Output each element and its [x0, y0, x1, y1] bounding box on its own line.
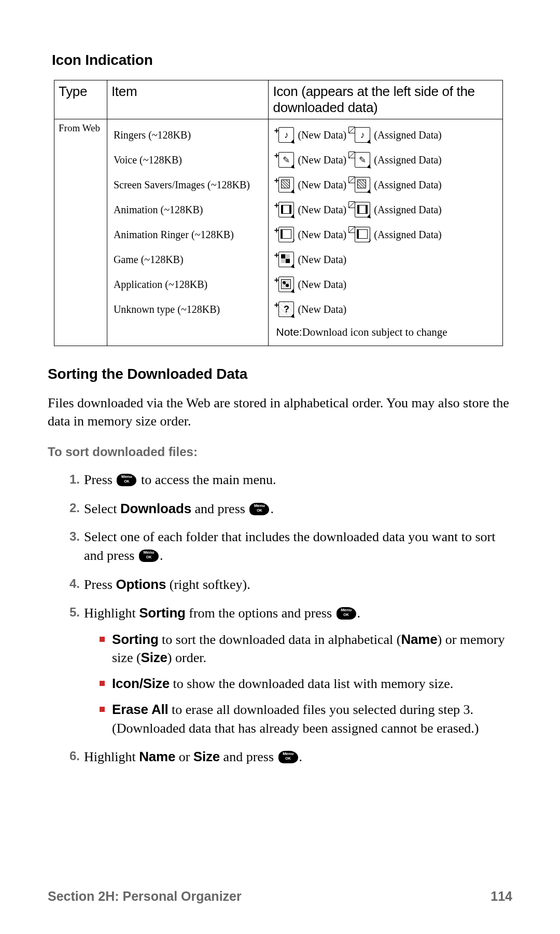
assigned-data-label: (Assigned Data)	[374, 154, 442, 166]
bold: Options	[116, 576, 166, 592]
text: to access the main menu.	[137, 472, 276, 487]
icon-row: +(New Data)(Assigned Data)	[273, 172, 498, 197]
assigned-data-label: (Assigned Data)	[374, 229, 442, 241]
icon-indication-table: Type Item Icon (appears at the left side…	[54, 80, 503, 346]
pixel-icon	[278, 301, 294, 317]
pixel-icon	[278, 152, 294, 168]
pixel-icon	[278, 252, 294, 267]
item-row: Ringers (~128KB)	[111, 122, 264, 147]
assigned-data-icon	[348, 227, 370, 242]
bold: Size	[193, 749, 220, 764]
step-1: Press to access the main menu.	[66, 471, 512, 489]
text: Select	[84, 501, 120, 516]
item-row: Screen Savers/Images (~128KB)	[111, 172, 264, 197]
pixel-icon	[355, 227, 370, 242]
step-4: Press Options (right softkey).	[66, 575, 512, 594]
page-footer: Section 2H: Personal Organizer 114	[48, 889, 512, 904]
assigned-data-icon	[348, 202, 370, 217]
type-cell: From Web	[54, 119, 107, 346]
step-5-sublist: Sorting to sort the downloaded data in a…	[84, 630, 512, 738]
pixel-icon	[278, 277, 294, 292]
new-data-icon: +	[274, 177, 294, 193]
note-text: Download icon subject to change	[302, 326, 447, 339]
note-label: Note:	[276, 326, 302, 338]
bullet-iconsize: Icon/Size to show the downloaded data li…	[100, 675, 512, 693]
icon-row: +(New Data)	[273, 297, 498, 322]
icon-row: +(New Data)(Assigned Data)	[273, 222, 498, 247]
menu-ok-key-icon	[117, 474, 136, 486]
text: .	[270, 501, 274, 516]
text: Highlight	[84, 606, 139, 621]
icon-row: +(New Data)(Assigned Data)	[273, 122, 498, 147]
footer-section: Section 2H: Personal Organizer	[48, 889, 242, 904]
icon-row: +(New Data)	[273, 247, 498, 272]
assigned-data-icon	[348, 127, 370, 143]
text: ) order.	[167, 650, 206, 665]
icon-row: +(New Data)(Assigned Data)	[273, 147, 498, 172]
new-data-label: (New Data)	[298, 229, 346, 241]
text: from the options and press	[186, 606, 335, 621]
assigned-data-icon	[348, 152, 370, 168]
step-6: Highlight Name or Size and press .	[66, 747, 512, 766]
menu-ok-key-icon	[337, 607, 356, 620]
new-data-icon: +	[274, 202, 294, 217]
pixel-icon	[278, 202, 294, 217]
pixel-icon	[355, 127, 370, 143]
text: to sort the downloaded data in alphabeti…	[159, 632, 401, 647]
bold: Sorting	[139, 605, 186, 621]
th-type: Type	[54, 80, 107, 119]
new-data-icon: +	[274, 127, 294, 143]
item-row: Unknown type (~128KB)	[111, 297, 264, 322]
new-data-label: (New Data)	[298, 204, 346, 216]
bold: Downloads	[120, 501, 191, 516]
steps-list: Press to access the main menu. Select Do…	[48, 471, 512, 766]
assigned-data-label: (Assigned Data)	[374, 204, 442, 216]
new-data-label: (New Data)	[298, 304, 346, 315]
new-data-label: (New Data)	[298, 179, 346, 191]
bold: Erase All	[112, 702, 169, 717]
bold: Icon/Size	[112, 676, 170, 691]
new-data-icon: +	[274, 277, 294, 292]
assigned-data-label: (Assigned Data)	[374, 129, 442, 141]
heading-icon-indication: Icon Indication	[52, 52, 512, 68]
th-icon: Icon (appears at the left side of the do…	[269, 80, 503, 119]
bullet-eraseall: Erase All to erase all downloaded files …	[100, 700, 512, 738]
table-note: Note: Download icon subject to change	[273, 322, 498, 342]
text: .	[299, 749, 303, 764]
menu-ok-key-icon	[278, 751, 298, 763]
item-row: Animation (~128KB)	[111, 197, 264, 222]
new-data-label: (New Data)	[298, 279, 346, 291]
item-row: Animation Ringer (~128KB)	[111, 222, 264, 247]
pixel-icon	[278, 227, 294, 242]
icon-row: +(New Data)	[273, 272, 498, 297]
item-row: Voice (~128KB)	[111, 147, 264, 172]
step-5: Highlight Sorting from the options and p…	[66, 603, 512, 738]
text: to show the downloaded data list with me…	[170, 676, 453, 691]
assigned-data-icon	[348, 177, 370, 193]
new-data-label: (New Data)	[298, 254, 346, 266]
item-cell: Ringers (~128KB) Voice (~128KB) Screen S…	[107, 119, 269, 346]
text: .	[160, 548, 163, 563]
heading-sorting: Sorting the Downloaded Data	[48, 366, 512, 382]
pixel-icon	[355, 152, 370, 168]
bold: Name	[401, 631, 437, 647]
menu-ok-key-icon	[139, 550, 159, 562]
intro-paragraph: Files downloaded via the Web are stored …	[48, 394, 512, 430]
menu-ok-key-icon	[249, 503, 269, 515]
footer-page-number: 114	[491, 889, 512, 904]
icon-cell: +(New Data)(Assigned Data)+(New Data)(As…	[269, 119, 503, 346]
text: and press	[191, 501, 248, 516]
leadin: To sort downloaded files:	[48, 445, 512, 459]
bullet-sorting: Sorting to sort the downloaded data in a…	[100, 630, 512, 668]
bold: Sorting	[112, 631, 159, 647]
th-item: Item	[107, 80, 269, 119]
pixel-icon	[278, 177, 294, 193]
text: (right softkey).	[166, 577, 250, 592]
new-data-icon: +	[274, 252, 294, 267]
pixel-icon	[278, 127, 294, 143]
new-data-icon: +	[274, 227, 294, 242]
bold: Name	[139, 749, 175, 764]
pixel-icon	[355, 177, 370, 193]
text: Highlight	[84, 749, 139, 764]
new-data-icon: +	[274, 152, 294, 168]
